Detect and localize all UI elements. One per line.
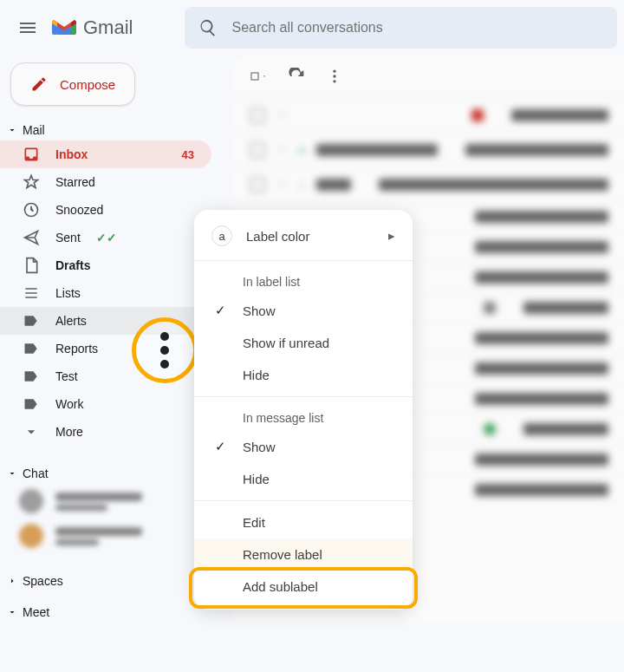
menu-item-label-color[interactable]: a Label color ▸ <box>194 217 413 255</box>
chat-section-header[interactable]: Chat <box>0 463 222 484</box>
sidebar-item-drafts[interactable]: Drafts <box>0 251 211 279</box>
meet-section-header[interactable]: Meet <box>0 602 222 623</box>
svg-point-6 <box>333 80 335 82</box>
hamburger-menu-button[interactable] <box>7 7 49 49</box>
menu-item-show-if-unread[interactable]: Show if unread <box>194 327 413 359</box>
sidebar-item-label: Test <box>55 369 78 383</box>
menu-item-edit[interactable]: Edit <box>194 506 413 538</box>
menu-icon <box>17 17 38 38</box>
list-icon <box>23 284 40 302</box>
sidebar-item-label: Alerts <box>55 314 87 328</box>
sidebar-item-label: Snoozed <box>55 203 103 217</box>
gmail-icon <box>52 18 76 37</box>
svg-point-4 <box>333 70 335 73</box>
menu-section-label-list: In label list <box>194 266 413 294</box>
sidebar-item-label: Work <box>55 397 83 411</box>
menu-item-remove-label[interactable]: Remove label <box>194 538 413 571</box>
label-icon <box>23 340 40 357</box>
star-icon <box>23 173 40 191</box>
divider <box>194 500 413 501</box>
mail-row[interactable]: ☆» <box>234 132 624 166</box>
refresh-button[interactable] <box>288 68 305 85</box>
sidebar-item-label: Sent <box>55 231 81 245</box>
chat-contact[interactable] <box>0 484 222 519</box>
sidebar-item-lists[interactable]: Lists <box>0 279 211 307</box>
letter-a-icon: a <box>211 225 232 246</box>
caret-right-icon <box>7 576 17 586</box>
compose-label: Compose <box>60 77 115 92</box>
caret-right-icon: ▸ <box>388 228 395 244</box>
caret-down-icon <box>7 468 17 479</box>
sidebar-item-label: Drafts <box>55 258 90 272</box>
search-icon <box>198 18 218 37</box>
sidebar-item-label: Reports <box>55 342 98 356</box>
sidebar-item-inbox[interactable]: Inbox 43 <box>0 140 211 168</box>
sidebar-item-label: Starred <box>55 175 95 189</box>
sidebar-item-label: Inbox <box>55 147 88 161</box>
mail-section-header[interactable]: Mail <box>0 120 222 140</box>
search-bar[interactable] <box>185 7 617 49</box>
avatar <box>19 489 43 513</box>
sidebar-item-starred[interactable]: Starred <box>0 168 211 196</box>
divider <box>194 396 413 397</box>
caret-down-icon <box>7 125 17 135</box>
send-icon <box>23 229 40 246</box>
menu-section-message-list: In message list <box>194 402 413 430</box>
spaces-section-header[interactable]: Spaces <box>0 571 222 591</box>
sidebar-item-snoozed[interactable]: Snoozed <box>0 196 211 224</box>
label-more-menu-button[interactable] <box>132 317 198 383</box>
menu-item-hide-message[interactable]: Hide <box>194 463 413 495</box>
app-name: Gmail <box>83 16 133 39</box>
label-icon <box>23 312 40 329</box>
sidebar-item-label: Lists <box>55 286 81 300</box>
label-icon <box>23 368 40 385</box>
pencil-icon <box>30 75 48 93</box>
caret-down-icon <box>7 607 17 617</box>
sidebar-item-sent[interactable]: Sent ✓✓ <box>0 224 211 251</box>
clock-icon <box>23 201 40 219</box>
check-icon: ✓ <box>211 439 229 454</box>
file-icon <box>23 257 40 274</box>
divider <box>194 260 413 261</box>
mail-row[interactable]: ☆» <box>234 166 624 201</box>
select-all-checkbox[interactable] <box>250 68 267 85</box>
inbox-count: 43 <box>182 148 194 161</box>
menu-item-hide[interactable]: Hide <box>194 359 413 391</box>
inbox-icon <box>23 146 40 163</box>
more-options-button[interactable] <box>326 68 343 85</box>
sidebar-item-label: More <box>55 425 83 439</box>
menu-item-show-message[interactable]: ✓ Show <box>194 430 413 463</box>
svg-point-5 <box>333 75 335 77</box>
menu-item-show[interactable]: ✓ Show <box>194 294 413 327</box>
search-input[interactable] <box>231 20 603 36</box>
double-check-icon: ✓✓ <box>96 231 117 245</box>
sidebar-item-work[interactable]: Work <box>0 390 211 418</box>
menu-item-add-sublabel[interactable]: Add sublabel <box>194 571 413 603</box>
compose-button[interactable]: Compose <box>10 62 135 106</box>
avatar <box>19 524 43 548</box>
dots-vertical-icon <box>160 332 169 341</box>
check-icon: ✓ <box>211 303 229 318</box>
label-context-menu: a Label color ▸ In label list ✓ Show Sho… <box>194 210 413 610</box>
sidebar-item-more[interactable]: More <box>0 418 211 446</box>
gmail-logo[interactable]: Gmail <box>52 16 133 39</box>
svg-rect-3 <box>251 73 258 80</box>
chat-contact[interactable] <box>0 519 222 553</box>
mail-row[interactable]: ☆ <box>234 97 624 132</box>
chevron-down-icon <box>23 423 40 440</box>
label-icon <box>23 395 40 413</box>
